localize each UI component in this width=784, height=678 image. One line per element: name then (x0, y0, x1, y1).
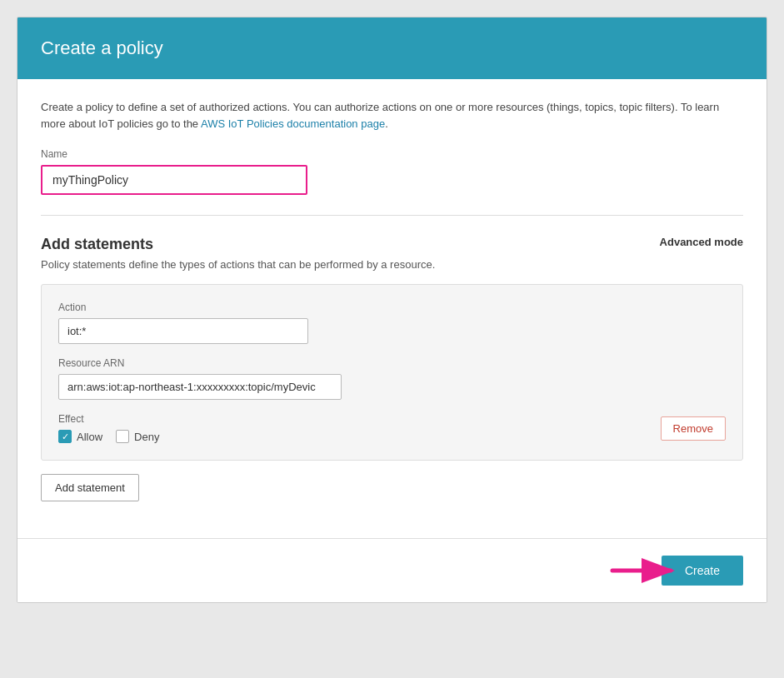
statements-header: Add statements Advanced mode (41, 236, 743, 253)
resource-arn-label: Resource ARN (58, 357, 726, 369)
deny-checkbox-label[interactable]: Deny (116, 430, 159, 443)
name-input[interactable] (41, 165, 307, 195)
resource-arn-input[interactable] (58, 374, 342, 400)
page-title: Create a policy (41, 37, 743, 59)
name-label: Name (41, 148, 743, 160)
effect-checkboxes: ✓ Allow Deny (58, 430, 159, 443)
intro-text: Create a policy to define a set of autho… (41, 99, 743, 132)
page-container: Create a policy Create a policy to defin… (17, 17, 767, 603)
allow-checkbox-label[interactable]: ✓ Allow (58, 430, 102, 443)
effect-row: Effect ✓ Allow Deny Remove (58, 413, 726, 443)
deny-label: Deny (134, 431, 159, 443)
statements-title: Add statements (41, 236, 153, 253)
intro-text-part2: . (385, 117, 388, 130)
iot-policies-link[interactable]: AWS IoT Policies documentation page (201, 117, 385, 130)
remove-button[interactable]: Remove (661, 416, 726, 441)
bottom-section: Create (17, 538, 767, 602)
allow-label: Allow (77, 431, 102, 443)
advanced-mode-link[interactable]: Advanced mode (660, 236, 743, 248)
allow-checkbox[interactable]: ✓ (58, 430, 72, 443)
deny-checkbox[interactable] (116, 430, 129, 443)
page-header: Create a policy (17, 17, 767, 79)
effect-label: Effect (58, 413, 159, 425)
arrow-indicator (608, 556, 683, 585)
action-input[interactable] (58, 318, 308, 344)
action-label: Action (58, 302, 726, 313)
effect-group: Effect ✓ Allow Deny (58, 413, 159, 443)
page-content: Create a policy to define a set of autho… (17, 79, 767, 538)
statements-description: Policy statements define the types of ac… (41, 258, 743, 271)
statements-section: Add statements Advanced mode Policy stat… (41, 236, 743, 518)
add-statement-button[interactable]: Add statement (41, 474, 139, 501)
statement-box: Action Resource ARN Effect ✓ Allow (41, 284, 743, 461)
section-divider (41, 215, 743, 216)
